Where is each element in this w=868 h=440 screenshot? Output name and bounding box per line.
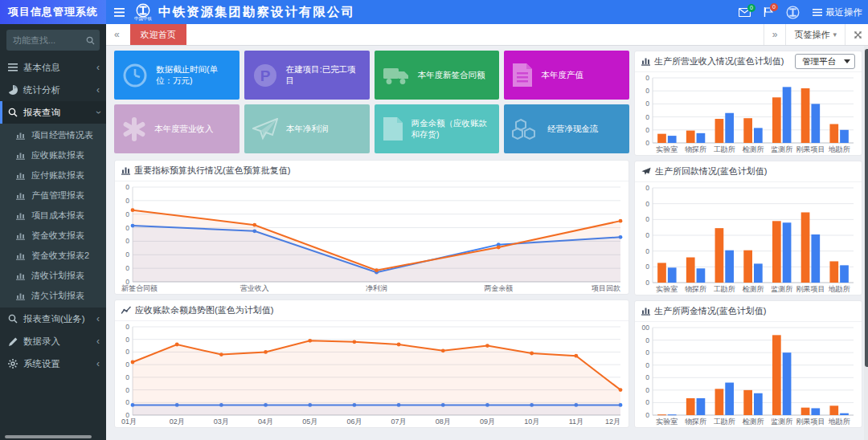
svg-text:0: 0 bbox=[125, 386, 129, 394]
search-icon[interactable] bbox=[80, 30, 100, 51]
app-header: 中国中铁 中铁资源集团勘察设计有限公司 0 0 最近操作 bbox=[106, 0, 868, 24]
chevron-left-icon: ‹ bbox=[96, 84, 100, 96]
production-revenue-chart: 000000实验室物探所工勘所检测所监测所刚果项目地勘所 bbox=[635, 72, 862, 155]
tab-welcome-home[interactable]: 欢迎首页 bbox=[130, 24, 186, 45]
svg-text:01月: 01月 bbox=[121, 418, 137, 426]
list-icon bbox=[813, 9, 822, 16]
card-net-profit[interactable]: 本年净利润 bbox=[244, 104, 370, 153]
vertical-scrollbar[interactable] bbox=[864, 46, 868, 440]
cubes-icon bbox=[512, 117, 539, 141]
sidebar-item-statistics[interactable]: 统计分析 ‹ bbox=[0, 79, 106, 101]
chevron-down-icon: ‹ bbox=[92, 111, 104, 114]
scroll-tabs-left-icon[interactable]: « bbox=[106, 24, 128, 45]
svg-text:0: 0 bbox=[125, 348, 129, 356]
panel-header: 应收账款余额趋势图(蓝色为计划值) bbox=[115, 300, 628, 321]
file-text-icon bbox=[512, 63, 533, 88]
svg-text:工勘所: 工勘所 bbox=[714, 145, 735, 153]
card-annual-revenue[interactable]: 本年度营业收入 bbox=[114, 104, 240, 153]
production-two-funds-chart: 000000000实验室物探所工勘所检测所监测所刚果项目地勘所 bbox=[635, 322, 862, 427]
panel-header: 生产所两金情况(蓝色计划值) bbox=[635, 301, 862, 322]
sidebar-item-arrears-plan-report[interactable]: 清欠计划报表 bbox=[0, 286, 106, 306]
menu-label: 数据录入 bbox=[23, 336, 60, 348]
card-annual-output[interactable]: 本年度产值 bbox=[504, 51, 629, 100]
tab-operations-dropdown[interactable]: 页签操作 ▾ bbox=[785, 24, 845, 45]
card-data-cutoff[interactable]: 数据截止时间(单位：万元) bbox=[114, 51, 240, 100]
svg-text:0: 0 bbox=[125, 361, 129, 369]
svg-text:0: 0 bbox=[645, 348, 649, 356]
svg-text:监测所: 监测所 bbox=[771, 418, 792, 426]
card-two-funds-balance[interactable]: 两金余额（应收账款和存货) bbox=[375, 104, 500, 153]
svg-text:0: 0 bbox=[645, 100, 649, 108]
paper-plane-icon bbox=[641, 167, 651, 176]
panel-title: 生产所两金情况(蓝色计划值) bbox=[654, 305, 766, 317]
svg-text:09月: 09月 bbox=[480, 418, 495, 426]
svg-text:两金余额: 两金余额 bbox=[484, 284, 513, 292]
mail-icon[interactable]: 0 bbox=[739, 8, 751, 17]
panel-title: 应收账款余额趋势图(蓝色为计划值) bbox=[135, 304, 273, 316]
menu-label: 报表查询 bbox=[23, 107, 60, 119]
panel-production-collection: 生产所回款情况(蓝色计划值) 0000000实验室物探所工勘所检测所监测所刚果项… bbox=[634, 161, 862, 295]
flag-badge: 0 bbox=[770, 3, 778, 11]
scrollbar-thumb[interactable] bbox=[865, 49, 868, 367]
sidebar-item-report-query-business[interactable]: 报表查询(业务) ‹ bbox=[0, 308, 106, 330]
svg-text:检测所: 检测所 bbox=[743, 285, 764, 293]
svg-text:检测所: 检测所 bbox=[743, 145, 764, 153]
bar-chart-icon bbox=[16, 132, 27, 140]
svg-text:工勘所: 工勘所 bbox=[714, 285, 735, 293]
parking-icon: P bbox=[252, 63, 278, 88]
sidebar-item-payable-report[interactable]: 应付账款报表 bbox=[0, 165, 106, 185]
emblem-icon[interactable] bbox=[786, 6, 800, 19]
svg-text:08月: 08月 bbox=[436, 418, 451, 426]
svg-text:0: 0 bbox=[645, 279, 649, 287]
svg-text:营业收入: 营业收入 bbox=[240, 284, 269, 292]
budget-execution-chart: 00000000新签合同额营业收入净利润两金余额项目回款 bbox=[115, 181, 628, 294]
fullscreen-icon[interactable] bbox=[845, 24, 868, 45]
menu-label: 系统设置 bbox=[23, 358, 60, 370]
scroll-tabs-right-icon[interactable]: » bbox=[764, 24, 786, 45]
panel-title: 生产所营业收入情况(蓝色计划值) bbox=[654, 55, 784, 67]
bar-chart-icon bbox=[16, 172, 27, 180]
svg-text:0: 0 bbox=[125, 373, 129, 381]
bar-chart-icon bbox=[121, 166, 130, 175]
file-icon bbox=[383, 116, 403, 141]
bar-chart-icon bbox=[641, 57, 650, 66]
svg-text:实验室: 实验室 bbox=[656, 285, 678, 293]
sidebar-item-basic-info[interactable]: 基本信息 ‹ bbox=[0, 56, 106, 79]
sidebar-item-output-report[interactable]: 产值管理报表 bbox=[0, 185, 106, 206]
svg-text:0: 0 bbox=[645, 411, 649, 419]
panel-title: 重要指标预算执行情况(蓝色预算批复值) bbox=[134, 165, 290, 177]
svg-text:工勘所: 工勘所 bbox=[714, 418, 735, 426]
svg-text:0: 0 bbox=[645, 139, 649, 147]
receivable-trend-chart: 0000000001月02月03月04月05月06月07月08月09月10月11… bbox=[115, 321, 628, 427]
svg-text:0: 0 bbox=[125, 183, 129, 191]
sidebar-item-project-cost-report[interactable]: 项目成本报表 bbox=[0, 206, 106, 226]
svg-text:0: 0 bbox=[125, 237, 129, 245]
search-icon bbox=[6, 108, 19, 117]
svg-text:物探所: 物探所 bbox=[685, 285, 706, 293]
sidebar-toggle-icon[interactable] bbox=[114, 8, 125, 17]
platform-select[interactable]: 管理平台 bbox=[795, 54, 855, 69]
svg-text:0: 0 bbox=[645, 126, 649, 134]
sidebar-horizontal-scrollbar[interactable] bbox=[5, 435, 92, 438]
sidebar-item-project-operation-report[interactable]: 项目经营情况表 bbox=[0, 125, 106, 145]
recent-operations-button[interactable]: 最近操作 bbox=[813, 6, 862, 18]
sidebar-item-report-query[interactable]: 报表查询 ‹ bbox=[0, 101, 106, 124]
svg-text:P: P bbox=[260, 67, 270, 84]
flag-icon[interactable]: 0 bbox=[764, 7, 773, 17]
card-new-contracts[interactable]: 本年度新签合同额 bbox=[375, 51, 500, 100]
card-projects[interactable]: P 在建项目:已完工项目 bbox=[244, 51, 370, 100]
svg-text:地勘所: 地勘所 bbox=[828, 285, 850, 293]
sidebar-item-fund-report2[interactable]: 资金收支报表2 bbox=[0, 246, 106, 266]
svg-text:刚果项目: 刚果项目 bbox=[796, 418, 825, 426]
sidebar-item-data-entry[interactable]: 数据录入 ‹ bbox=[0, 330, 106, 352]
sidebar-item-collection-plan-report[interactable]: 清收计划报表 bbox=[0, 266, 106, 286]
card-net-cash-flow[interactable]: 经营净现金流 bbox=[504, 104, 629, 153]
sidebar-item-system-settings[interactable]: 系统设置 ‹ bbox=[0, 352, 106, 375]
sidebar-item-fund-report[interactable]: 资金收支报表 bbox=[0, 226, 106, 246]
panel-receivable-trend: 应收账款余额趋势图(蓝色为计划值) 0000000001月02月03月04月05… bbox=[114, 299, 629, 428]
search-input[interactable] bbox=[6, 30, 80, 51]
company-title: 中铁资源集团勘察设计有限公司 bbox=[158, 4, 355, 21]
bar-chart-icon bbox=[16, 292, 27, 300]
sidebar-item-receivable-report[interactable]: 应收账款报表 bbox=[0, 145, 106, 165]
svg-text:00: 00 bbox=[642, 324, 650, 332]
